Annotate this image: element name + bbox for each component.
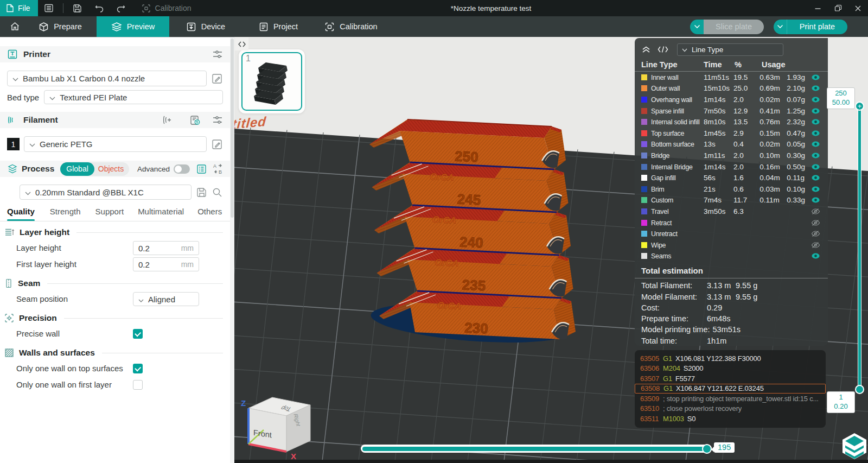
visibility-off-icon[interactable] <box>810 242 821 249</box>
visibility-on-icon[interactable] <box>810 107 821 115</box>
visibility-off-icon[interactable] <box>810 230 821 237</box>
visibility-on-icon[interactable] <box>810 152 821 159</box>
settings-sidebar: Printer Bambu Lab X1 Carbon 0.4 nozzle <box>0 37 234 463</box>
file-menu-button[interactable]: File <box>0 0 38 16</box>
tab-preview[interactable]: Preview <box>97 16 169 37</box>
layer-height-input[interactable]: 0.2mm <box>133 241 199 255</box>
process-tab-multimaterial[interactable]: Multimaterial <box>138 207 184 221</box>
preview-3d-viewport[interactable]: 250245OrCA240OrCA235OrCA230OrCA Untitled… <box>234 37 868 463</box>
visibility-on-icon[interactable] <box>810 252 821 259</box>
gcode-line[interactable]: 63511M1003S0 <box>635 414 826 424</box>
total-row: Model printing time:53m51s <box>635 324 828 335</box>
collapse-panel-icon[interactable] <box>641 45 651 54</box>
close-button[interactable] <box>848 0 868 16</box>
visibility-off-icon[interactable] <box>810 219 821 226</box>
compare-presets-icon[interactable]: AB <box>212 163 224 175</box>
filament-preset-dropdown[interactable]: Generic PETG <box>24 136 207 152</box>
legend-row-travel: Travel3m50s6.3 <box>635 206 828 217</box>
svg-text:A: A <box>213 163 216 169</box>
visibility-on-icon[interactable] <box>810 163 821 170</box>
tab-prepare[interactable]: Prepare <box>24 16 97 37</box>
add-filament-icon[interactable] <box>160 115 172 125</box>
main-menu-icon[interactable] <box>38 2 60 15</box>
undo-button[interactable] <box>88 2 110 15</box>
visibility-on-icon[interactable] <box>810 74 821 81</box>
prepare-tab-icon <box>39 22 49 32</box>
gcode-line[interactable]: 63508G1X106.847 Y121.622 E.03245 <box>635 384 826 394</box>
process-preset-dropdown[interactable]: 0.20mm Standard @BBL X1C <box>20 185 192 200</box>
process-scope-global[interactable]: Global <box>60 162 94 176</box>
tab-project[interactable]: Project <box>242 16 315 37</box>
move-slider-value: 195 <box>714 442 735 453</box>
only-one-wall-on-first-layer-checkbox[interactable] <box>133 380 143 390</box>
titlebar-calibration-item[interactable]: Calibration <box>137 4 196 13</box>
visibility-on-icon[interactable] <box>810 130 821 137</box>
bambu-studio-logo <box>841 432 868 460</box>
plate-thumbnail-card[interactable]: 1 <box>239 49 305 113</box>
only-one-wall-on-top-surfaces-checkbox[interactable] <box>133 364 143 373</box>
layer-slider-track[interactable] <box>858 106 861 390</box>
filament-icon <box>7 115 18 125</box>
setting-row: Only one wall on top surfaces <box>0 360 230 377</box>
file-menu-label: File <box>18 4 30 12</box>
save-button[interactable] <box>67 2 88 15</box>
line-type-swatch <box>641 186 647 192</box>
seam-position-dropdown[interactable]: Aligned <box>133 292 199 306</box>
process-scope-objects[interactable]: Objects <box>94 164 129 173</box>
print-plate-label: Print plate <box>787 20 847 34</box>
printer-edit-icon[interactable] <box>211 73 223 85</box>
visibility-on-icon[interactable] <box>810 196 821 204</box>
process-tab-support[interactable]: Support <box>95 207 124 221</box>
layer-slider-lower-handle[interactable] <box>855 385 864 394</box>
tab-device[interactable]: Device <box>169 16 242 37</box>
process-list-icon[interactable] <box>196 163 207 175</box>
bed-type-dropdown[interactable]: Textured PEI Plate <box>44 90 223 104</box>
gcode-line[interactable]: 63506M204S2000 <box>635 364 826 374</box>
home-button[interactable] <box>0 16 24 37</box>
visibility-on-icon[interactable] <box>810 118 821 125</box>
advanced-toggle[interactable] <box>174 164 190 174</box>
printer-preset-dropdown[interactable]: Bambu Lab X1 Carbon 0.4 nozzle <box>7 71 207 86</box>
print-plate-button[interactable]: Print plate <box>774 20 847 34</box>
save-preset-icon[interactable] <box>196 187 207 198</box>
orientation-cube[interactable]: Z X Front Top Right <box>239 390 320 461</box>
filament-settings-icon[interactable] <box>212 115 223 125</box>
gcode-view-icon[interactable] <box>658 46 668 53</box>
visibility-on-icon[interactable] <box>810 186 821 193</box>
visibility-on-icon[interactable] <box>810 174 821 181</box>
sync-filament-icon[interactable] <box>189 115 201 126</box>
view-mode-dropdown[interactable]: Line Type <box>677 43 783 56</box>
gcode-line[interactable]: 63507G1F5577 <box>635 373 826 384</box>
first-layer-height-input[interactable]: 0.2mm <box>133 257 199 271</box>
collapse-sidebar-button[interactable] <box>235 37 248 50</box>
gcode-line[interactable]: 63505G1X106.081 Y122.388 F30000 <box>635 353 826 364</box>
layer-slider-upper-handle[interactable]: + <box>855 102 864 111</box>
visibility-on-icon[interactable] <box>810 85 821 92</box>
filament-preset-value: Generic PETG <box>40 139 93 149</box>
gcode-line[interactable]: 63510; close powerlost recovery <box>635 404 826 414</box>
tab-calibration[interactable]: Calibration <box>315 16 387 37</box>
slice-plate-button[interactable]: Slice plate <box>690 20 764 34</box>
move-slider-track[interactable] <box>361 445 712 453</box>
gcode-window[interactable]: 63505G1X106.081 Y122.388 F3000063506M204… <box>635 350 826 428</box>
slice-plate-dropdown-icon[interactable] <box>690 20 704 34</box>
filament-edit-icon[interactable] <box>211 138 223 150</box>
setting-row: First layer height0.2mm <box>0 256 230 272</box>
visibility-off-icon[interactable] <box>810 208 821 215</box>
process-tab-quality[interactable]: Quality <box>7 207 35 221</box>
gcode-line[interactable]: 63509; stop printing object temperature_… <box>635 394 826 404</box>
search-preset-icon[interactable] <box>212 187 223 198</box>
process-tab-others[interactable]: Others <box>197 207 222 221</box>
precise-wall-checkbox[interactable] <box>133 329 143 339</box>
visibility-on-icon[interactable] <box>810 141 821 148</box>
visibility-on-icon[interactable] <box>810 96 821 103</box>
print-plate-dropdown-icon[interactable] <box>774 20 787 34</box>
process-tab-strength[interactable]: Strength <box>50 207 81 221</box>
redo-button[interactable] <box>110 2 132 15</box>
move-slider-handle[interactable] <box>702 444 712 454</box>
maximize-button[interactable] <box>828 0 848 16</box>
sidebar-scrollbar[interactable] <box>230 37 234 463</box>
line-type-swatch <box>641 119 647 125</box>
printer-settings-icon[interactable] <box>212 49 223 59</box>
minimize-button[interactable] <box>808 0 828 16</box>
